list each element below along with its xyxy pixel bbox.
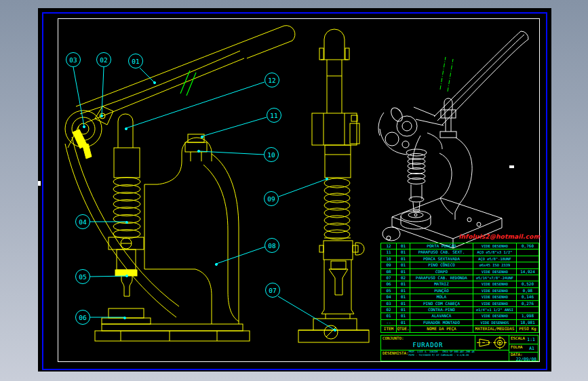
cell-item: 01 xyxy=(381,313,397,319)
isometric-view-drawing xyxy=(378,31,528,248)
header-qty: QTDE. xyxy=(397,326,410,332)
punch-tip xyxy=(121,276,132,296)
balloon-01: 01 xyxy=(128,54,143,68)
balloon-03: 03 xyxy=(66,52,81,67)
data-value: 22/09/08 xyxy=(509,357,538,361)
cell-qty: 01 xyxy=(397,287,410,294)
cell-name: PINO CÔNICO xyxy=(410,262,473,268)
parts-table-row: -- 01 FURADOR MONTADO VIDE DESENHOS 18,9… xyxy=(381,319,539,325)
cell-qty: 01 xyxy=(397,268,410,275)
cell-item: 06 xyxy=(381,281,397,287)
parts-table-row: 06 01 MATRIZ VIDE DESENHO 0,520 xyxy=(381,281,539,287)
escala-value: 1:1 xyxy=(527,336,538,342)
cell-qty: 01 xyxy=(397,319,410,325)
cell-weight xyxy=(517,262,539,268)
cell-weight: 0,276 xyxy=(517,300,539,306)
cell-item: 03 xyxy=(381,300,397,306)
parts-table-row: 11 01 PARAFUSO CAB. SEXT. AÇO ∅5/8"x3 1/… xyxy=(381,249,539,256)
conjunto-value: FURADOR xyxy=(381,342,475,348)
cell-weight: 0,98 xyxy=(517,287,539,294)
cell-item: 11 xyxy=(381,249,397,256)
spring-front xyxy=(324,178,350,239)
cell-qty: 02 xyxy=(397,275,410,281)
cell-qty: 01 xyxy=(397,281,410,287)
cell-material: AÇO ∅5/8"x3 1/2" xyxy=(473,249,517,256)
cell-weight xyxy=(517,275,539,281)
title-block-desenhista: DESENHISTA: PROF. LUIS A. JUNIOR - CREA … xyxy=(380,350,509,361)
cell-item: 02 xyxy=(381,307,397,313)
cell-item: 12 xyxy=(381,243,397,249)
balloon-05: 05 xyxy=(75,269,90,284)
folha-value: A1 xyxy=(529,344,538,351)
header-material: MATERIAL/MEDIDAS xyxy=(473,326,517,332)
parts-table-row: 01 01 ALAVANCA VIDE DESENHO 1,998 xyxy=(381,313,539,319)
title-block-data: DATA: 22/09/08 xyxy=(509,352,538,361)
cell-weight xyxy=(517,256,539,262)
parts-table-row: 07 02 PARAFUSO CAB. REDONDA ∅5/16"x7/8"-… xyxy=(381,275,539,281)
cell-material: ∅1/4"x1 1/2" ANSI xyxy=(473,307,517,313)
parts-table-header-row: ITEM QTDE. NOME DA PEÇA MATERIAL/MEDIDAS… xyxy=(381,326,539,332)
cell-material: VIDE DESENHO xyxy=(473,300,517,306)
title-block-escala: ESCALA 1:1 xyxy=(509,335,538,344)
cell-weight: 0,760 xyxy=(517,243,539,249)
title-block-projection-symbol xyxy=(475,335,509,350)
cell-name: MOLA xyxy=(410,294,473,300)
cell-name: MATRIZ xyxy=(410,281,473,287)
cell-name: CONTRA-PINO xyxy=(410,307,473,313)
cell-material: VIDE DESENHO xyxy=(473,313,517,319)
cell-name: PARAFUSO CAB. SEXT. xyxy=(410,249,473,256)
cell-name: PARAFUSO CAB. REDONDA xyxy=(410,275,473,281)
cell-weight: 18,981 xyxy=(517,319,539,325)
parts-table-row: 09 01 PINO CÔNICO ∅6x45 ISO 2339 xyxy=(381,262,539,268)
email-watermark: infoluis2@hotmail.com xyxy=(453,233,540,240)
parts-table-row: 02 01 CONTRA-PINO ∅1/4"x1 1/2" ANSI xyxy=(381,307,539,313)
cell-qty: 01 xyxy=(397,249,410,256)
balloon-10: 10 xyxy=(264,147,279,162)
lever-handle xyxy=(239,26,295,58)
balloon-09: 09 xyxy=(264,191,279,206)
cell-item: 04 xyxy=(381,294,397,300)
header-item: ITEM xyxy=(381,326,397,332)
cell-material: VIDE DESENHO xyxy=(473,294,517,300)
cell-qty: 01 xyxy=(397,313,410,319)
cell-name: FURADOR MONTADO xyxy=(410,319,473,325)
cell-name: PORCA SEXTAVADA xyxy=(410,256,473,262)
cell-qty: 01 xyxy=(397,256,410,262)
parts-table-row: 03 01 PINO COM CABEÇA VIDE DESENHO 0,276 xyxy=(381,300,539,306)
cell-name: PUNÇÃO xyxy=(410,287,473,294)
balloon-06: 06 xyxy=(75,310,90,325)
balloon-07: 07 xyxy=(265,283,280,298)
cell-material: VIDE DESENHO xyxy=(473,287,517,294)
cell-item: 09 xyxy=(381,262,397,268)
header-weight: PESO Kg xyxy=(517,326,539,332)
callout-leaders xyxy=(73,67,336,332)
cell-qty: 01 xyxy=(397,300,410,306)
cell-material: VIDE DESENHO xyxy=(473,243,517,249)
desenhista-label: DESENHISTA: xyxy=(381,350,408,356)
cell-name: CORPO xyxy=(410,268,473,275)
cell-qty: 01 xyxy=(397,294,410,300)
cell-weight xyxy=(517,249,539,256)
balloon-04: 04 xyxy=(75,214,90,229)
balloon-11: 11 xyxy=(267,108,281,123)
cell-item: -- xyxy=(381,319,397,325)
cell-item: 10 xyxy=(381,256,397,262)
break-marks-iso xyxy=(440,57,453,92)
cell-item: 07 xyxy=(381,275,397,281)
header-name: NOME DA PEÇA xyxy=(410,326,473,332)
cell-material: VIDE DESENHOS xyxy=(473,319,517,325)
cell-weight: 1,998 xyxy=(517,313,539,319)
cell-name: PINO COM CABEÇA xyxy=(410,300,473,306)
balloon-12: 12 xyxy=(264,73,279,87)
parts-table-row: 08 01 CORPO VIDE DESENHO 14,924 xyxy=(381,268,539,275)
side-view-drawing xyxy=(65,26,295,341)
cell-material: VIDE DESENHO xyxy=(473,268,517,275)
parts-table: 12 01 PORTA PUNÇÃO VIDE DESENHO 0,760 11… xyxy=(380,243,539,333)
cell-material: ∅5/16"x7/8"-24UNF xyxy=(473,275,517,281)
cell-weight: 14,924 xyxy=(517,268,539,275)
title-block-conjunto: CONJUNTO: FURADOR xyxy=(380,335,475,350)
cell-material: VIDE DESENHO xyxy=(473,281,517,287)
cell-weight: 0,146 xyxy=(517,294,539,300)
first-angle-projection-icon xyxy=(475,336,509,350)
cell-weight: 0,520 xyxy=(517,281,539,287)
